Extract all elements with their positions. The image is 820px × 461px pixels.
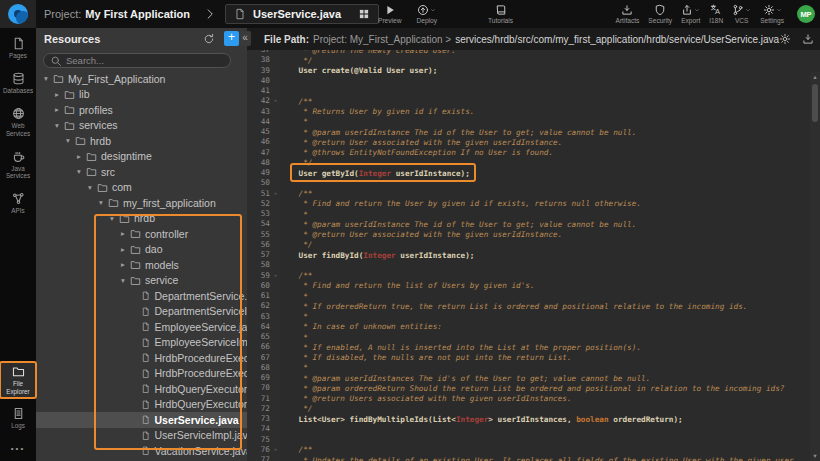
tree-caret-icon[interactable]: ▾ [66,136,75,145]
topbar-action-security[interactable]: Security [648,4,672,24]
tree-item-my-first-application[interactable]: ▾my_first_application [36,195,247,211]
code-text[interactable]: * [280,117,308,126]
scroll-up-icon[interactable]: ▲ [810,74,820,80]
code-text[interactable]: * Find and return the list of Users by g… [280,281,535,290]
code-text[interactable]: User findById(Integer userIdInstance); [280,251,474,260]
code-text[interactable]: User create(@Valid User user); [280,66,437,75]
code-text[interactable]: * [280,292,308,301]
code-text[interactable]: * If orderedReturn true, the return List… [280,302,747,311]
fold-marker[interactable]: - [271,445,280,455]
grid-icon[interactable] [358,8,370,20]
search-box[interactable] [43,53,231,68]
code-text[interactable]: /** [280,271,312,280]
code-text[interactable]: * @param orderedReturn Should the return… [280,384,784,393]
topbar-action-export[interactable]: Export [681,4,700,24]
code-text[interactable]: * [280,363,308,372]
code-text[interactable]: * @return User associated with the given… [280,138,562,147]
sidebar-item-file-explorer[interactable]: File Explorer [0,362,36,397]
topbar-action-vcs[interactable]: VCS [732,4,751,24]
download-file-icon[interactable] [802,33,814,45]
tree-item-employeeservice-java[interactable]: EmployeeService.java [36,319,247,335]
tree-item-hrdbqueryexecutorserviceimpl-java[interactable]: HrdbQueryExecutorServiceImpl.java [36,397,247,413]
tree-caret-icon[interactable]: ▸ [121,229,130,238]
tree-caret-icon[interactable]: ▾ [110,214,119,223]
topbar-action-artifacts[interactable]: Artifacts [616,4,640,24]
user-avatar[interactable]: MP [797,5,815,23]
tree-caret-icon[interactable]: ▾ [44,74,53,83]
file-settings-icon[interactable] [779,33,791,45]
tree-caret-icon[interactable]: ▸ [55,90,64,99]
topbar-action-preview[interactable]: Preview [378,4,401,24]
app-logo[interactable] [0,0,36,28]
tree-caret-icon[interactable]: ▾ [55,121,64,130]
code-text[interactable]: */ [280,158,312,167]
code-text[interactable]: * [280,333,308,342]
tree-item-com[interactable]: ▾com [36,180,247,196]
add-resource-button[interactable]: + [224,31,239,46]
code-text[interactable]: User getById(Integer userIdInstance); [280,169,470,178]
code-text[interactable]: * Updates the details of an existing Use… [280,456,798,461]
refresh-icon[interactable] [203,33,215,45]
code-editor[interactable]: 37 * @return The newly created User.38 *… [247,50,820,461]
tree-item-models[interactable]: ▸models [36,257,247,273]
tree-item-designtime[interactable]: ▸designtime [36,149,247,165]
tree-item-hrdbprocedureexecutorserviceimpl-java[interactable]: HrdbProcedureExecutorServiceImpl.java [36,366,247,382]
tree-item-my-first-application[interactable]: ▾My_First_Application [36,71,247,87]
tree-caret-icon[interactable]: ▸ [121,245,130,254]
tree-caret-icon[interactable]: ▸ [121,260,130,269]
tree-item-departmentserviceimpl-java[interactable]: DepartmentServiceImpl.java [36,304,247,320]
sidebar-item-java-services[interactable]: Java Services [0,147,36,182]
code-text[interactable]: * In case of unknown entities: [280,322,442,331]
topbar-action-tutorials[interactable]: Tutorials [488,4,513,24]
code-text[interactable]: */ [280,56,312,65]
topbar-action-deploy[interactable]: Deploy [416,4,437,24]
tree-item-hrdbprocedureexecutorservice-java[interactable]: HrdbProcedureExecutorService.java [36,350,247,366]
code-text[interactable]: * If disabled, the nulls are not put int… [280,353,572,362]
tree-caret-icon[interactable]: ▸ [55,105,64,114]
sidebar-item-logs[interactable]: Logs [0,404,36,432]
fold-marker[interactable]: - [271,189,280,199]
code-text[interactable]: * @return The newly created User. [280,50,456,55]
tree-item-userservice-java[interactable]: UserService.java [36,412,247,428]
tree-item-service[interactable]: ▾service [36,273,247,289]
sidebar-item-web-services[interactable]: Web Services [0,104,36,139]
scrollbar-thumb[interactable] [812,84,818,122]
chevron-right-icon[interactable] [204,8,216,20]
tree-item-profiles[interactable]: ▸profiles [36,102,247,118]
tree-item-employeeserviceimpl-java[interactable]: EmployeeServiceImpl.java [36,335,247,351]
editor-scrollbar[interactable]: ▲ ▼ [810,72,820,461]
code-text[interactable]: */ [280,240,312,249]
code-text[interactable]: /** [280,97,312,106]
tree-item-hrdb[interactable]: ▾hrdb [36,133,247,149]
code-text[interactable]: * @param userIdInstance The id of the Us… [280,128,636,137]
tree-item-userserviceimpl-java[interactable]: UserServiceImpl.java [36,428,247,444]
topbar-action-settings[interactable]: Settings [760,4,784,24]
code-text[interactable]: /** [280,445,312,454]
fold-marker[interactable]: - [271,271,280,281]
tree-caret-icon[interactable]: ▾ [99,198,108,207]
tree-item-hrdbqueryexecutorservice-java[interactable]: HrdbQueryExecutorService.java [36,381,247,397]
tree-caret-icon[interactable]: ▾ [88,183,97,192]
tree-item-controller[interactable]: ▸controller [36,226,247,242]
tree-item-lib[interactable]: ▸lib [36,87,247,103]
tree-item-departmentservice-java[interactable]: DepartmentService.java [36,288,247,304]
tree-caret-icon[interactable]: ▾ [121,276,130,285]
code-text[interactable]: * @param userIdInstances The id's of the… [280,374,650,383]
tree-caret-icon[interactable]: ▾ [77,167,86,176]
sidebar-item-pages[interactable]: Pages [0,34,36,62]
tree-item-services[interactable]: ▾services [36,118,247,134]
code-text[interactable]: * @throws EntityNotFoundException If no … [280,148,553,157]
tree-item-hrdb[interactable]: ▾hrdb [36,211,247,227]
topbar-action-i18n[interactable]: AI18N [709,4,723,24]
tree-item-vacationservice-java[interactable]: VacationService.java [36,443,247,459]
code-text[interactable]: * @return Users associated with the give… [280,394,572,403]
code-text[interactable]: /** [280,189,312,198]
search-input[interactable] [66,55,224,66]
tree-item-src[interactable]: ▾src [36,164,247,180]
sidebar-item-apis[interactable]: APIs [0,189,36,217]
code-text[interactable]: * If enabled, A null is inserted into th… [280,343,641,352]
sidebar-item-databases[interactable]: Databases [0,69,36,97]
code-text[interactable]: * Find and return the User by given id i… [280,199,641,208]
collapse-panel-button[interactable]: « [239,31,251,46]
code-text[interactable]: * @return User associated with the given… [280,230,562,239]
